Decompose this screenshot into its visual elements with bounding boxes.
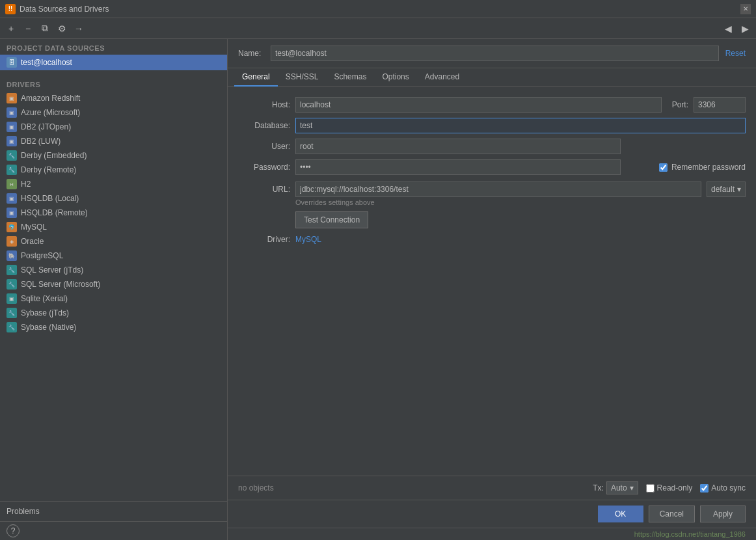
driver-icon: ▣ <box>7 136 17 146</box>
apply-button[interactable]: Apply <box>700 506 746 522</box>
driver-label: Derby (Embedded) <box>21 151 87 160</box>
driver-item[interactable]: ▣ HSQLDB (Local) <box>0 191 227 206</box>
name-input[interactable] <box>271 46 719 61</box>
add-button[interactable]: + <box>4 21 18 36</box>
driver-icon: 🔧 <box>7 150 17 161</box>
driver-icon: ▣ <box>7 122 17 132</box>
project-section-header: Project Data Sources <box>0 39 227 55</box>
nav-forward-button[interactable]: ▶ <box>738 21 752 36</box>
readonly-checkbox[interactable] <box>646 484 655 493</box>
url-scheme-label: default <box>711 185 735 194</box>
driver-icon: ▣ <box>7 208 17 218</box>
user-input[interactable] <box>295 139 621 154</box>
driver-item[interactable]: ◈ Oracle <box>0 234 227 249</box>
driver-icon: ▣ <box>7 93 17 103</box>
tx-value: Auto <box>611 483 627 493</box>
driver-label: Oracle <box>21 237 44 246</box>
tab-sshssl[interactable]: SSH/SSL <box>278 68 327 87</box>
host-label: Host: <box>238 100 290 109</box>
driver-item[interactable]: 🔧 Derby (Remote) <box>0 163 227 177</box>
tab-schemas[interactable]: Schemas <box>326 68 374 87</box>
ok-button[interactable]: OK <box>598 506 643 522</box>
driver-item[interactable]: 🔧 Derby (Embedded) <box>0 148 227 163</box>
user-label: User: <box>238 142 290 151</box>
move-button[interactable]: → <box>72 21 86 36</box>
name-row: Name: Reset <box>228 39 756 68</box>
reset-button[interactable]: Reset <box>725 49 746 58</box>
driver-label: Sybase (Native) <box>21 323 76 332</box>
driver-item[interactable]: 🔧 SQL Server (jTds) <box>0 263 227 277</box>
driver-label: Sqlite (Xerial) <box>21 294 68 303</box>
tab-general[interactable]: General <box>234 68 278 87</box>
url-label: URL: <box>238 185 290 194</box>
driver-item[interactable]: 🐘 PostgreSQL <box>0 249 227 263</box>
port-label: Port: <box>672 100 688 109</box>
driver-label: HSQLDB (Local) <box>21 194 79 203</box>
driver-icon: ▣ <box>7 193 17 204</box>
help-area: ? <box>0 521 227 540</box>
host-input[interactable] <box>295 97 662 113</box>
driver-label: SQL Server (jTds) <box>21 265 83 275</box>
close-button[interactable]: ✕ <box>740 4 751 14</box>
cancel-button[interactable]: Cancel <box>649 506 695 522</box>
driver-item[interactable]: ▣ DB2 (JTOpen) <box>0 120 227 134</box>
driver-row: Driver: MySQL <box>238 235 746 244</box>
password-input[interactable] <box>295 159 621 175</box>
driver-icon: 🐬 <box>7 222 17 232</box>
driver-item[interactable]: ▣ HSQLDB (Remote) <box>0 206 227 220</box>
url-row: URL: default ▾ <box>238 182 746 197</box>
driver-icon: ◈ <box>7 236 17 247</box>
password-label: Password: <box>238 163 290 172</box>
driver-link[interactable]: MySQL <box>295 235 321 244</box>
driver-icon: ▣ <box>7 107 17 118</box>
test-connection-button[interactable]: Test Connection <box>295 211 368 228</box>
nav-back-button[interactable]: ◀ <box>721 21 735 36</box>
app-icon: !! <box>5 4 16 14</box>
driver-icon: 🔧 <box>7 165 17 175</box>
driver-icon: 🔧 <box>7 265 17 275</box>
datasource-item[interactable]: 🗄 test@localhost <box>0 55 227 70</box>
driver-item[interactable]: 🔧 SQL Server (Microsoft) <box>0 277 227 291</box>
problems-section[interactable]: Problems <box>0 501 227 521</box>
url-scheme-dropdown[interactable]: default ▾ <box>707 182 746 197</box>
tab-options[interactable]: Options <box>374 68 416 87</box>
tx-label: Tx: <box>593 483 604 493</box>
driver-item[interactable]: H H2 <box>0 177 227 191</box>
driver-item[interactable]: ▣ Amazon Redshift <box>0 91 227 105</box>
tab-advanced[interactable]: Advanced <box>417 68 467 87</box>
drivers-section: Drivers ▣ Amazon Redshift ▣ Azure (Micro… <box>0 75 227 334</box>
driver-icon: 🔧 <box>7 322 17 332</box>
remember-checkbox[interactable] <box>659 163 668 172</box>
port-input[interactable] <box>694 97 746 113</box>
driver-icon: 🔧 <box>7 308 17 318</box>
status-bar: https://blog.csdn.net/tiantang_1986 <box>228 528 756 540</box>
help-button[interactable]: ? <box>7 524 20 537</box>
autosync-checkbox[interactable] <box>700 484 709 493</box>
driver-label: Derby (Remote) <box>21 165 76 174</box>
action-row: OK Cancel Apply <box>228 500 756 528</box>
driver-icon: 🔧 <box>7 279 17 290</box>
driver-label: SQL Server (Microsoft) <box>21 280 100 289</box>
driver-label: Azure (Microsoft) <box>21 108 80 117</box>
window-title: Data Sources and Drivers <box>20 5 109 14</box>
settings-button[interactable]: ⚙ <box>55 21 69 36</box>
right-panel: Name: Reset General SSH/SSL Schemas Opti… <box>228 39 756 540</box>
password-row: Password: Remember password <box>238 159 746 175</box>
tx-dropdown[interactable]: Auto ▾ <box>606 481 638 494</box>
readonly-label: Read-only <box>657 483 693 493</box>
driver-item[interactable]: ▣ DB2 (LUW) <box>0 134 227 148</box>
database-input[interactable] <box>295 118 746 133</box>
driver-item[interactable]: 🔧 Sybase (jTds) <box>0 306 227 320</box>
copy-button[interactable]: ⧉ <box>38 21 52 36</box>
driver-item[interactable]: 🔧 Sybase (Native) <box>0 320 227 334</box>
main-layout: Project Data Sources 🗄 test@localhost Dr… <box>0 39 756 540</box>
autosync-label: Auto sync <box>711 483 746 493</box>
driver-item[interactable]: ▣ Azure (Microsoft) <box>0 105 227 120</box>
driver-label: PostgreSQL <box>21 251 63 260</box>
driver-item[interactable]: ▣ Sqlite (Xerial) <box>0 291 227 306</box>
url-input[interactable] <box>295 182 701 197</box>
driver-label: Driver: <box>238 235 290 244</box>
remove-button[interactable]: − <box>21 21 35 36</box>
driver-item[interactable]: 🐬 MySQL <box>0 220 227 234</box>
title-bar: !! Data Sources and Drivers ✕ <box>0 0 756 18</box>
